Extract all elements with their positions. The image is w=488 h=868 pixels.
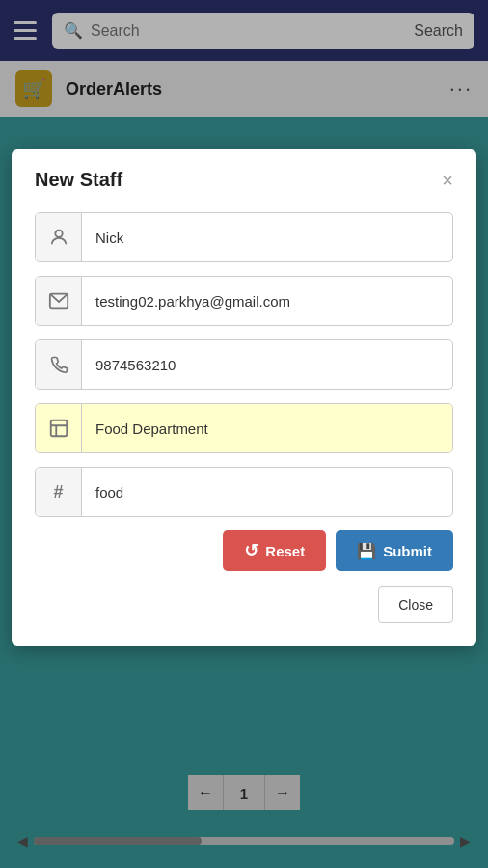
tag-icon: # [36,468,82,516]
tag-input[interactable] [82,468,452,516]
email-input[interactable] [82,277,452,325]
phone-input[interactable] [82,340,452,389]
close-button[interactable]: Close [378,586,453,623]
phone-field-container [35,339,453,390]
tag-field-container: # [35,467,453,517]
svg-point-0 [55,231,62,237]
svg-rect-2 [50,420,67,437]
modal-close-x-button[interactable]: × [442,171,453,190]
name-icon [36,213,82,261]
reset-icon: ↺ [244,540,258,561]
submit-button[interactable]: 💾 Submit [336,530,453,571]
department-input[interactable] [82,404,452,452]
new-staff-modal: New Staff × [12,149,476,646]
close-button-row: Close [35,586,453,623]
department-field-container [35,403,453,453]
name-input[interactable] [82,213,452,261]
email-icon [36,277,82,325]
department-icon [36,404,82,452]
phone-icon [36,340,82,389]
reset-label: Reset [265,543,305,559]
reset-button[interactable]: ↺ Reset [223,530,326,571]
name-field-container [35,212,453,262]
modal-title: New Staff [35,169,122,191]
submit-icon: 💾 [357,542,376,560]
email-field-container [35,276,453,326]
action-buttons-row: ↺ Reset 💾 Submit [35,530,453,571]
submit-label: Submit [383,543,432,559]
modal-header: New Staff × [35,169,453,191]
